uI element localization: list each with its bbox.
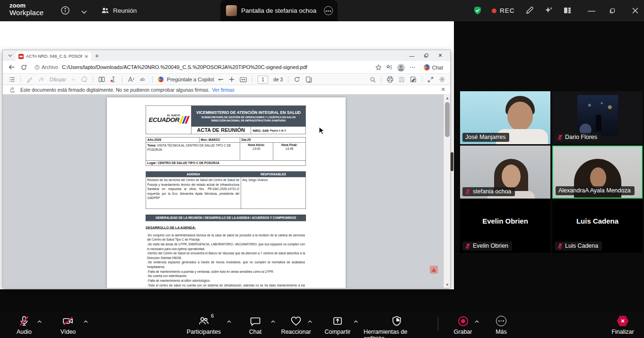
window-maximize-button[interactable] bbox=[604, 0, 620, 21]
mic-muted-icon bbox=[557, 243, 563, 249]
share-chevron-icon[interactable] bbox=[353, 319, 358, 324]
video-camera-icon bbox=[62, 315, 74, 327]
tab-more-icon[interactable]: ••• bbox=[324, 6, 333, 15]
page-view-icon[interactable] bbox=[305, 76, 312, 83]
zoom-out-icon[interactable] bbox=[218, 77, 224, 82]
addressbar-actions: Chat bbox=[375, 61, 446, 74]
chat-label: Chat bbox=[249, 329, 261, 335]
bookmark-star-icon[interactable] bbox=[375, 64, 382, 70]
video-tile-alexandra-active-speaker[interactable]: AlexandraA Ayala Mendoza bbox=[552, 146, 643, 199]
video-tile-jose[interactable]: José Manjarres bbox=[460, 91, 550, 144]
new-tab-button[interactable]: + bbox=[95, 52, 99, 60]
browser-close-button[interactable]: ✕ bbox=[433, 50, 447, 61]
host-tools-button[interactable]: Herramientas de anfitrión bbox=[364, 315, 430, 338]
view-layout-icon[interactable] bbox=[563, 6, 572, 15]
rotate-icon[interactable] bbox=[294, 76, 300, 83]
agenda-table: AGENDA RESPONSABLES Revisión de los serv… bbox=[146, 172, 306, 209]
agenda-development-title: DESARROLLO DE LA AGENDA: bbox=[146, 226, 306, 230]
profile-avatar[interactable] bbox=[397, 64, 405, 71]
fit-width-icon[interactable] bbox=[240, 77, 247, 83]
document-page: EL NUEVO ECUADOR VICEMINISTERIO DE ATENC… bbox=[107, 97, 346, 288]
bullet-item: -Se evidencia espacios generados a travé… bbox=[147, 260, 305, 269]
meta-day: Día:25 bbox=[240, 138, 306, 143]
pdf-viewer-canvas[interactable]: EL NUEVO ECUADOR VICEMINISTERIO DE ATENC… bbox=[3, 95, 450, 288]
annotate-pencil-icon[interactable] bbox=[525, 6, 534, 15]
video-tile-stefania[interactable]: stefania ochoa bbox=[460, 146, 550, 199]
meeting-toolbar: Audio Vídeo 6 Participantes Chat Reaccio… bbox=[0, 312, 644, 338]
video-tile-luis[interactable]: Luis Cadena Luis Cadena bbox=[552, 200, 643, 253]
eraser-icon[interactable] bbox=[81, 76, 87, 83]
participant-name-label: Evelin Obrien bbox=[462, 242, 512, 251]
scroll-down-icon[interactable]: ▼ bbox=[444, 281, 450, 288]
share-screen-button[interactable]: Compartir bbox=[305, 315, 371, 335]
browser-tab-title: ACTA NRO. 049_C.S. POSORJA TIP bbox=[26, 54, 82, 59]
video-options-chevron-icon[interactable] bbox=[83, 319, 88, 324]
two-page-view-icon[interactable] bbox=[98, 76, 105, 83]
bullet-item: -Se visito las áreas de UTPR, EMERGENCIA… bbox=[147, 242, 305, 251]
video-tile-evelin[interactable]: Evelin Obrien Evelin Obrien bbox=[460, 200, 550, 253]
browser-minimize-button[interactable]: — bbox=[405, 50, 419, 61]
print-icon[interactable] bbox=[387, 76, 393, 83]
window-minimize-button[interactable]: — bbox=[583, 0, 600, 21]
search-icon[interactable] bbox=[370, 77, 376, 83]
start-time-value: 13:00 bbox=[242, 147, 272, 151]
settings-gear-icon[interactable] bbox=[439, 76, 445, 83]
tab-shared-screen[interactable]: Pantalla de stefania ochoa ••• bbox=[220, 0, 338, 21]
participant-name-label: Luis Cadena bbox=[555, 242, 602, 251]
copilot-icon[interactable] bbox=[158, 77, 164, 82]
save-as-icon[interactable] bbox=[410, 76, 417, 83]
browser-maximize-button[interactable] bbox=[419, 50, 433, 61]
agenda-text: Revisión de los servicios del Centro de … bbox=[146, 177, 241, 209]
end-meeting-button[interactable]: ✕ Finalizar bbox=[590, 315, 644, 335]
participants-icon bbox=[198, 315, 209, 327]
zoom-in-icon[interactable] bbox=[229, 77, 235, 82]
responsables-header: RESPONSABLES bbox=[241, 172, 306, 177]
text-tools-icon[interactable]: ab bbox=[140, 77, 147, 82]
zoom-titlebar: zoom Workplace Reunión Pantalla de stefa… bbox=[0, 0, 644, 21]
view-signatures-link[interactable]: Ver firmas bbox=[212, 87, 234, 93]
draw-icon[interactable] bbox=[38, 76, 44, 83]
browser-menu-icon[interactable] bbox=[409, 64, 416, 70]
favorites-list-icon[interactable] bbox=[386, 64, 392, 70]
back-icon[interactable] bbox=[9, 64, 15, 70]
acrobat-badge-icon[interactable] bbox=[430, 266, 438, 274]
logo-sup-text: EL NUEVO bbox=[167, 114, 180, 117]
ministry-header: VICEMINISTERIO DE ATENCIÓN INTEGRAL EN S… bbox=[191, 106, 306, 127]
draw-label[interactable]: Dibujar bbox=[50, 77, 66, 82]
pdf-scrollbar-thumb[interactable] bbox=[445, 102, 450, 137]
ask-copilot-label[interactable]: Pregúntale a Copilot bbox=[167, 77, 214, 82]
video-button[interactable]: Vídeo bbox=[35, 315, 101, 335]
refresh-icon[interactable] bbox=[21, 64, 27, 70]
draw-chevron-icon[interactable] bbox=[71, 78, 76, 82]
host-tools-shield-icon bbox=[391, 315, 402, 327]
expand-icon[interactable] bbox=[427, 77, 434, 83]
text-select-icon[interactable] bbox=[110, 76, 117, 83]
participant-name: Luis Cadena bbox=[565, 243, 598, 249]
signature-icon bbox=[9, 87, 16, 93]
video-tile-dario[interactable]: Dario Flores bbox=[552, 91, 643, 144]
browser-window: ACTA NRO. 049_C.S. POSORJA TIP ✕ + — ✕ A… bbox=[2, 50, 451, 288]
copilot-chat-button[interactable]: Chat bbox=[420, 63, 446, 71]
page-number-input[interactable] bbox=[258, 76, 268, 84]
notification-close-icon[interactable]: ✕ bbox=[441, 87, 445, 93]
browser-tab-pdf[interactable]: ACTA NRO. 049_C.S. POSORJA TIP ✕ bbox=[16, 52, 91, 61]
tab-close-icon[interactable]: ✕ bbox=[85, 54, 88, 59]
ai-sparkle-icon[interactable] bbox=[544, 6, 553, 15]
chevron-down-icon[interactable] bbox=[79, 7, 89, 17]
security-shield-icon[interactable] bbox=[473, 6, 482, 15]
address-url[interactable]: C:/Users/lapto/Downloads/ACTA%20NRO.%200… bbox=[62, 64, 346, 70]
scroll-up-icon[interactable]: ▲ bbox=[444, 95, 450, 101]
more-button[interactable]: Más bbox=[468, 315, 534, 335]
save-icon[interactable] bbox=[399, 77, 405, 83]
highlighter-icon[interactable] bbox=[26, 76, 33, 83]
info-icon[interactable] bbox=[61, 6, 70, 15]
pdf-scrollbar[interactable]: ▲ ▼ bbox=[444, 95, 450, 288]
copilot-chat-label: Chat bbox=[432, 65, 443, 70]
toc-icon[interactable] bbox=[9, 76, 15, 83]
read-aloud-icon[interactable] bbox=[128, 76, 135, 83]
tab-search-chevron-icon[interactable] bbox=[8, 53, 13, 58]
header-line1: VICEMINISTERIO DE ATENCIÓN INTEGRAL EN S… bbox=[196, 110, 301, 115]
tab-meeting[interactable]: Reunión bbox=[101, 0, 137, 21]
window-close-button[interactable] bbox=[627, 0, 643, 21]
shared-scrollbar-thumb[interactable] bbox=[451, 152, 453, 171]
